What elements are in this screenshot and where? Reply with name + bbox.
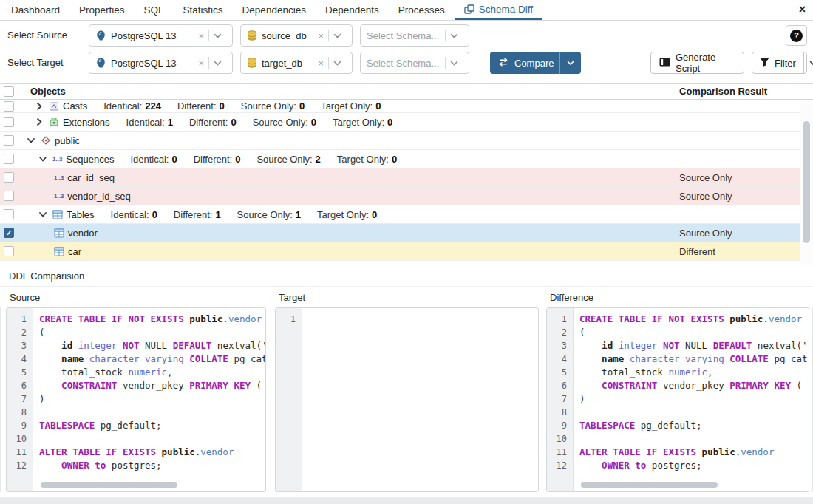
chevron-down-icon[interactable]: [803, 52, 813, 73]
tab-processes[interactable]: Processes: [389, 0, 455, 20]
ddl-target-editor[interactable]: 1: [275, 307, 539, 492]
checkbox-cell: [0, 168, 18, 186]
code-line: TABLESPACE pg_default;: [579, 419, 809, 432]
object-name: car_id_seq: [67, 172, 115, 183]
chevron-down-icon[interactable]: [450, 61, 458, 66]
row-checkbox[interactable]: [4, 246, 14, 256]
count-different: Different:0: [177, 101, 225, 112]
ddl-panels: 123456789101112CREATE TABLE IF NOT EXIST…: [0, 307, 813, 492]
grid-vscrollbar[interactable]: [800, 101, 813, 265]
line-number: 10: [547, 432, 573, 446]
row-checkbox[interactable]: [4, 135, 14, 146]
chevron-down-icon[interactable]: [450, 33, 458, 38]
clear-icon[interactable]: ×: [318, 58, 324, 69]
chevron-down-icon[interactable]: [25, 137, 37, 143]
schema-diff-icon: [464, 4, 474, 14]
comparison-result-cell: [673, 132, 813, 149]
row-checkbox[interactable]: [4, 209, 14, 219]
script-icon: [659, 58, 670, 69]
target-schema-select[interactable]: Select Schema...: [360, 52, 469, 74]
chevron-down-icon[interactable]: [214, 33, 222, 38]
row-checkbox[interactable]: [4, 172, 14, 183]
chevron-down-icon[interactable]: [333, 61, 341, 66]
code-line: ALTER TABLE IF EXISTS public.vendor: [39, 446, 265, 459]
tree-row-tables[interactable]: TablesIdentical:0Different:1Source Only:…: [0, 205, 813, 224]
tab-schema-diff[interactable]: Schema Diff: [455, 0, 542, 20]
tree-row-vendor-id-seq[interactable]: 1..3vendor_id_seqSource Only: [0, 187, 813, 205]
ddl-source-editor[interactable]: 123456789101112CREATE TABLE IF NOT EXIST…: [6, 307, 266, 492]
tree-row-car-id-seq[interactable]: 1..3car_id_seqSource Only: [0, 168, 813, 187]
chevron-down-icon[interactable]: [560, 61, 581, 66]
row-checkbox[interactable]: ✓: [4, 228, 14, 238]
table-icon: [52, 210, 63, 219]
row-checkbox[interactable]: [4, 117, 14, 127]
hscrollbar-thumb[interactable]: [41, 482, 177, 488]
line-number: 10: [7, 432, 33, 446]
tab-label: Processes: [398, 4, 445, 16]
select-all-checkbox[interactable]: [4, 86, 14, 97]
line-number: 6: [547, 379, 573, 392]
tree-cell: 1..3vendor_id_seq: [18, 187, 673, 205]
database-icon: [247, 58, 257, 69]
close-icon[interactable]: ×: [799, 3, 806, 16]
object-name: car: [68, 246, 81, 257]
sequence-icon: 1..3: [54, 174, 64, 181]
divider: [445, 57, 446, 69]
chevron-down-icon[interactable]: [37, 156, 49, 162]
chevron-down-icon[interactable]: [214, 61, 222, 66]
grid-vscrollbar-thumb[interactable]: [803, 121, 810, 243]
object-name: Extensions: [63, 117, 110, 128]
count-identical: Identical:0: [111, 209, 157, 220]
tab-properties[interactable]: Properties: [69, 0, 135, 20]
code-line: CREATE TABLE IF NOT EXISTS public.vendor: [579, 313, 809, 326]
chevron-down-icon[interactable]: [37, 211, 49, 217]
clear-icon[interactable]: ×: [318, 30, 324, 41]
source-database-select[interactable]: source_db ×: [240, 24, 353, 47]
tab-dependents[interactable]: Dependents: [316, 0, 389, 20]
tab-dashboard[interactable]: Dashboard: [1, 0, 69, 20]
row-checkbox[interactable]: [4, 191, 14, 201]
filter-button-main[interactable]: Filter: [752, 52, 803, 73]
clear-icon[interactable]: ×: [198, 30, 204, 41]
help-button[interactable]: ?: [786, 25, 807, 46]
generate-script-button[interactable]: Generate Script: [650, 52, 744, 74]
comparison-result-cell: Source Only: [673, 168, 813, 186]
target-database-select[interactable]: target_db ×: [240, 52, 353, 74]
target-server-select[interactable]: PostgreSQL 13 ×: [89, 52, 233, 74]
tab-label: SQL: [144, 4, 164, 16]
objects-column-header[interactable]: Objects: [18, 86, 673, 97]
filter-button[interactable]: Filter: [752, 52, 807, 74]
tab-label: Dependencies: [242, 4, 306, 16]
tree-row-sequences[interactable]: 1..3SequencesIdentical:0Different:0Sourc…: [0, 150, 813, 168]
row-checkbox[interactable]: [4, 101, 14, 112]
chevron-down-icon[interactable]: [333, 33, 341, 38]
schema-icon: [41, 135, 51, 146]
tree-row-public[interactable]: public: [0, 132, 813, 150]
ddl-difference-editor[interactable]: 123456789101112CREATE TABLE IF NOT EXIST…: [546, 307, 809, 492]
comparison-result-cell: Source Only: [673, 187, 813, 205]
clear-icon[interactable]: ×: [198, 58, 204, 69]
tree-row-car[interactable]: carDifferent: [0, 242, 813, 261]
row-checkbox[interactable]: [4, 154, 14, 164]
filter-button-label: Filter: [775, 58, 796, 69]
chevron-right-icon[interactable]: [33, 102, 45, 111]
divider: [328, 57, 329, 69]
divider: [208, 30, 209, 41]
tabs: DashboardPropertiesSQLStatisticsDependen…: [1, 0, 542, 20]
tab-statistics[interactable]: Statistics: [174, 0, 233, 20]
tree-row-vendor[interactable]: ✓vendorSource Only: [0, 224, 813, 242]
tab-dependencies[interactable]: Dependencies: [233, 0, 316, 20]
source-schema-select[interactable]: Select Schema...: [360, 24, 469, 47]
source-server-select[interactable]: PostgreSQL 13 ×: [89, 24, 233, 47]
tree-row-extensions[interactable]: ExtensionsIdentical:1Different:0Source O…: [0, 113, 813, 132]
count-source-only: Source Only:2: [256, 154, 320, 165]
comparison-result-column-header[interactable]: Comparison Result: [673, 84, 813, 99]
tree-row-casts[interactable]: CastsIdentical:224Different:0Source Only…: [0, 100, 813, 113]
line-number: 4: [547, 353, 573, 366]
code-line: ALTER TABLE IF EXISTS public.vendor: [579, 446, 809, 459]
chevron-right-icon[interactable]: [33, 118, 45, 126]
compare-button[interactable]: Compare: [490, 52, 581, 74]
tab-sql[interactable]: SQL: [135, 0, 174, 20]
hscrollbar-thumb[interactable]: [581, 482, 718, 488]
line-number: 7: [547, 392, 573, 406]
